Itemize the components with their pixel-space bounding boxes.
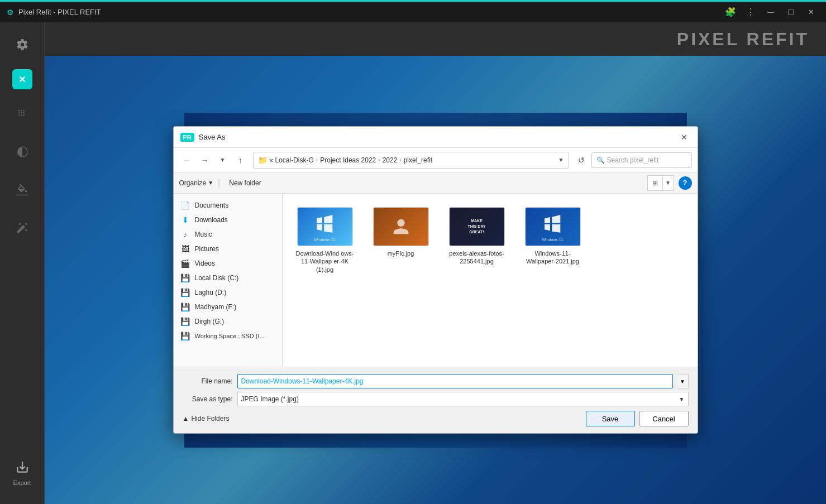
- svg-point-8: [23, 114, 25, 116]
- nav-dropdown-button[interactable]: ▼: [215, 152, 231, 168]
- view-dropdown-button[interactable]: ▼: [663, 175, 674, 191]
- extensions-button[interactable]: 🧩: [722, 4, 739, 21]
- sidebar-item-dirgh-g[interactable]: 💾 Dirgh (G:): [174, 314, 282, 329]
- path-folder1: Project Ideas 2022: [320, 156, 376, 164]
- svg-point-3: [18, 112, 20, 114]
- title-bar-title: Pixel Refit - PIXEL REFIT: [18, 8, 101, 16]
- menu-button[interactable]: ⋮: [742, 4, 759, 21]
- disk-d-icon: 💾: [180, 288, 190, 297]
- downloads-label: Downloads: [195, 216, 228, 224]
- file-name-2: myPic.jpg: [388, 249, 414, 257]
- sidebar-item-workingspace[interactable]: 💾 Working Space : SSD (I...: [174, 329, 282, 343]
- export-icon: [12, 457, 32, 477]
- ssd-icon: 💾: [180, 332, 190, 340]
- sidebar-item-videos[interactable]: 🎬 Videos: [174, 256, 282, 271]
- svg-point-1: [21, 110, 22, 112]
- main-content: PIXEL REFIT: [45, 22, 826, 504]
- minimize-button[interactable]: ─: [762, 4, 779, 21]
- sidebar-item-madhyam-f[interactable]: 💾 Madhyam (F:): [174, 300, 282, 314]
- maximize-button[interactable]: □: [782, 4, 799, 21]
- documents-label: Documents: [195, 201, 229, 209]
- disk-c-label: Local Disk (C:): [195, 274, 239, 282]
- svg-point-2: [23, 110, 25, 112]
- app-layout: ✕ Export PIXEL REFIT: [0, 22, 826, 504]
- export-label: Export: [13, 479, 31, 486]
- dialog-title-left: PR Save As: [180, 133, 226, 142]
- dots-grid-sidebar-icon[interactable]: [9, 100, 36, 127]
- save-dialog: PR Save As ✕ ← → ▼ ↑ 📁 « Local-Disk-G: [173, 126, 698, 434]
- documents-icon: 📄: [180, 201, 190, 210]
- nav-up-button[interactable]: ↑: [233, 152, 249, 168]
- cancel-button[interactable]: Cancel: [639, 411, 689, 426]
- sidebar-item-documents[interactable]: 📄 Documents: [174, 198, 282, 213]
- title-bar-app-icon: ⚙: [7, 8, 14, 17]
- disk-g-icon: 💾: [180, 317, 190, 326]
- hide-folders-label: Hide Folders: [191, 415, 229, 423]
- svg-point-6: [18, 114, 20, 116]
- dialog-btn-group: Save Cancel: [586, 411, 689, 426]
- save-button[interactable]: Save: [586, 411, 635, 426]
- export-sidebar-item[interactable]: Export: [12, 457, 32, 495]
- settings-sidebar-icon[interactable]: [9, 31, 36, 58]
- path-sep2: ›: [378, 157, 380, 163]
- search-placeholder: Search pixel_refit: [607, 156, 659, 164]
- music-label: Music: [195, 231, 212, 238]
- title-bar: ⚙ Pixel Refit - PIXEL REFIT 🧩 ⋮ ─ □ ✕: [0, 0, 826, 22]
- new-folder-button[interactable]: New folder: [225, 177, 265, 189]
- sidebar-item-music[interactable]: ♪ Music: [174, 227, 282, 242]
- organize-dropdown-icon: ▼: [208, 180, 213, 186]
- file-name-1: Download-Wind ows-11-Wallpap er-4K (1).j…: [296, 249, 354, 273]
- dialog-close-button[interactable]: ✕: [677, 131, 691, 144]
- filename-row: File name: ▼: [183, 374, 689, 388]
- file-name-3: pexels-alexas-fotos-2255441.jpg: [448, 249, 506, 266]
- nav-forward-button[interactable]: →: [197, 152, 213, 168]
- file-item-windows11-2021[interactable]: Windows 11 Windows-11-Wallpaper-2021.jpg: [519, 203, 586, 278]
- file-name-4: Windows-11-Wallpaper-2021.jpg: [524, 249, 582, 266]
- file-thumb-2: [373, 207, 429, 246]
- filename-label: File name:: [183, 377, 233, 385]
- disk-f-label: Madhyam (F:): [195, 303, 237, 311]
- file-item-pexels[interactable]: MAKETHIS DAYGREAT! pexels-alexas-fotos-2…: [443, 203, 510, 278]
- sidebar-item-local-c[interactable]: 💾 Local Disk (C:): [174, 271, 282, 285]
- title-bar-controls: 🧩 ⋮ ─ □ ✕: [722, 4, 819, 21]
- dialog-sidebar-panel: 📄 Documents ⬇ Downloads ♪ Music: [174, 194, 283, 367]
- disk-g-label: Dirgh (G:): [195, 318, 225, 325]
- sidebar-item-pictures[interactable]: 🖼 Pictures: [174, 242, 282, 256]
- hide-folders-button[interactable]: ▲ Hide Folders: [183, 415, 230, 423]
- dialog-toolbar: Organize ▼ | New folder ⊞ ▼ ?: [174, 172, 698, 194]
- contrast-sidebar-icon[interactable]: [9, 138, 36, 165]
- path-bar[interactable]: 📁 « Local-Disk-G › Project Ideas 2022 › …: [253, 152, 569, 169]
- title-bar-left: ⚙ Pixel Refit - PIXEL REFIT: [7, 8, 101, 17]
- downloads-icon: ⬇: [180, 215, 190, 224]
- sidebar-item-downloads[interactable]: ⬇ Downloads: [174, 213, 282, 227]
- organize-button[interactable]: Organize ▼: [179, 179, 214, 187]
- path-dropdown-arrow[interactable]: ▼: [558, 157, 564, 163]
- ssd-label: Working Space : SSD (I...: [195, 333, 265, 339]
- filename-dropdown-button[interactable]: ▼: [677, 374, 689, 388]
- nav-back-button[interactable]: ←: [179, 152, 195, 168]
- file-item-mypic[interactable]: myPic.jpg: [367, 203, 435, 278]
- videos-label: Videos: [195, 260, 215, 267]
- refresh-button[interactable]: ↺: [574, 152, 589, 168]
- file-thumb-4: Windows 11: [525, 207, 581, 246]
- dialog-titlebar: PR Save As ✕: [174, 127, 698, 148]
- app-sidebar: ✕ Export: [0, 22, 45, 504]
- view-mode-button[interactable]: ⊞: [647, 175, 663, 191]
- search-bar[interactable]: 🔍 Search pixel_refit: [591, 152, 692, 168]
- savetype-select[interactable]: JPEG Image (*.jpg) ▼: [237, 392, 689, 406]
- close-project-button[interactable]: ✕: [12, 69, 32, 89]
- videos-icon: 🎬: [180, 259, 190, 268]
- filename-input[interactable]: [237, 374, 673, 388]
- music-icon: ♪: [180, 230, 190, 239]
- fill-sidebar-icon[interactable]: [9, 176, 36, 203]
- pictures-icon: 🖼: [180, 244, 190, 253]
- close-window-button[interactable]: ✕: [803, 4, 819, 21]
- magic-wand-sidebar-icon[interactable]: [9, 214, 36, 241]
- canvas-area: PR Save As ✕ ← → ▼ ↑ 📁 « Local-Disk-G: [45, 56, 826, 504]
- help-button[interactable]: ?: [679, 176, 692, 190]
- file-item-windows11-4k[interactable]: Windows 11 Download-Wind ows-11-Wallpap …: [292, 203, 359, 278]
- savetype-row: Save as type: JPEG Image (*.jpg) ▼: [183, 392, 689, 406]
- disk-c-icon: 💾: [180, 273, 190, 282]
- path-folder2: 2022: [383, 156, 398, 164]
- sidebar-item-laghu-d[interactable]: 💾 Laghu (D:): [174, 285, 282, 300]
